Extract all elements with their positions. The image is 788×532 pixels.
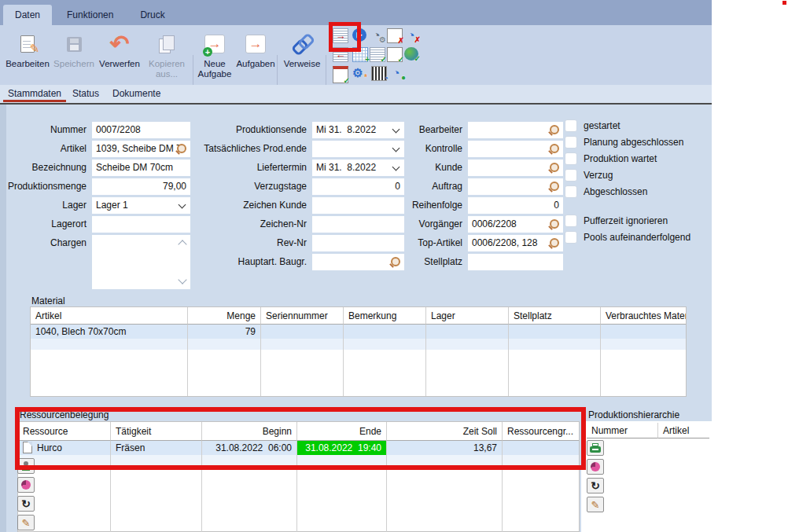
tab-druck[interactable]: Druck xyxy=(128,5,176,25)
edit-button[interactable]: ✎ xyxy=(587,497,604,512)
start-icon[interactable]: ▶ xyxy=(352,28,366,42)
column-header[interactable]: Lager xyxy=(425,307,508,325)
field-label: Lager xyxy=(2,197,92,214)
tasks-check-icon[interactable]: ✓ xyxy=(370,47,385,62)
search-icon[interactable] xyxy=(550,163,559,172)
confirm-document-icon[interactable]: ✓ xyxy=(387,47,403,62)
resources-empty-area xyxy=(18,469,579,532)
cancel-document-icon[interactable]: ✗ xyxy=(387,28,403,43)
bezeichnung-field[interactable]: Scheibe DM 70cm xyxy=(92,160,190,176)
search-icon[interactable] xyxy=(550,144,559,153)
search-icon[interactable] xyxy=(550,182,559,191)
refresh-button[interactable]: ↻ xyxy=(17,496,35,512)
checkbox-verzug[interactable]: Verzug xyxy=(565,167,690,183)
column-header[interactable]: Seriennummer xyxy=(260,307,343,325)
top-artikel-field[interactable]: 0006/2208, 128 xyxy=(468,235,563,251)
column-header[interactable]: Ressource xyxy=(18,422,110,441)
resource-row[interactable]: Hurco Fräsen 31.08.2022 06:00 31.08.2022… xyxy=(18,441,579,455)
pie-chart-button[interactable] xyxy=(587,459,604,475)
lagerort-field[interactable] xyxy=(92,216,190,233)
planning-settings-icon[interactable]: ⚙* xyxy=(351,66,365,79)
sync-check-icon[interactable]: ✓ xyxy=(404,47,418,61)
time-status-icon[interactable]: ◔● xyxy=(389,66,403,79)
person-button[interactable] xyxy=(17,458,35,474)
material-table: Artikel Menge Seriennummer Bemerkung Lag… xyxy=(30,306,687,397)
kopieren-aus-button[interactable]: Kopieren aus... xyxy=(144,28,190,83)
pie-chart-button[interactable] xyxy=(17,477,35,493)
material-row[interactable]: 1040, Blech 70x70cm 79 xyxy=(31,325,686,339)
verwerfen-button[interactable]: ↶ Verwerfen xyxy=(96,28,143,83)
speichern-button[interactable]: Speichern xyxy=(52,28,96,83)
column-header[interactable]: Tätigkeit xyxy=(110,422,201,441)
vorgaenger-field[interactable]: 0006/2208 xyxy=(468,216,563,233)
verweise-button[interactable]: Verweise xyxy=(280,28,324,83)
column-header[interactable]: Verbrauchtes Material xyxy=(600,307,686,325)
checkbox-planung-abgeschlossen[interactable]: Planung abgeschlossen xyxy=(565,134,690,150)
column-header[interactable]: Ende xyxy=(296,422,386,441)
tab-funktionen[interactable]: Funktionen xyxy=(55,5,125,25)
column-header[interactable]: Stellplatz xyxy=(508,307,600,325)
hierarchy-section-title: Produktionshierarchie xyxy=(588,409,679,420)
checkbox-pufferzeit-ignorieren[interactable]: Pufferzeit ignorieren xyxy=(565,212,690,229)
subtab-stammdaten[interactable]: Stammdaten xyxy=(8,88,61,99)
toolbar: ✎ Bearbeiten Speichern ↶ Verwerfen Kopie… xyxy=(0,25,712,86)
checkbox-gestartet[interactable]: gestartet xyxy=(565,117,690,134)
column-header[interactable]: Bemerkung xyxy=(343,307,425,325)
bearbeiter-field[interactable] xyxy=(468,122,563,138)
field-label: Rev-Nr xyxy=(198,235,312,251)
scroll-down-icon[interactable] xyxy=(178,275,186,284)
search-icon[interactable] xyxy=(550,238,559,248)
checkbox-icon[interactable] xyxy=(565,152,577,165)
checkbox-icon[interactable] xyxy=(565,231,577,244)
stellplatz-field[interactable] xyxy=(468,254,563,270)
add-resource-icon[interactable]: + xyxy=(352,47,368,62)
tasks-forward-icon[interactable]: → xyxy=(333,28,348,43)
column-header[interactable]: Nummer xyxy=(587,423,657,438)
search-icon[interactable] xyxy=(550,219,559,229)
nummer-field[interactable]: 0007/2208 xyxy=(92,122,190,138)
kunde-field[interactable] xyxy=(468,160,563,176)
lager-dropdown[interactable]: Lager 1 xyxy=(92,197,190,214)
print-button[interactable] xyxy=(587,440,604,456)
checkbox-produktion-wartet[interactable]: Produktion wartet xyxy=(565,150,690,167)
time-cancel-icon[interactable]: ◔✗ xyxy=(404,28,418,42)
kontrolle-field[interactable] xyxy=(468,141,563,157)
auftrag-field[interactable] xyxy=(468,178,563,195)
checkbox-icon[interactable] xyxy=(565,136,577,149)
barcode-time-icon[interactable]: ◔ xyxy=(371,66,387,81)
calendar-check-icon[interactable]: ✓ xyxy=(333,66,348,83)
checkbox-pools-aufeinanderfolgend[interactable]: Pools aufeinanderfolgend xyxy=(565,229,690,245)
column-header[interactable]: Menge xyxy=(187,307,260,325)
scroll-up-icon[interactable] xyxy=(178,240,186,248)
subtab-dokumente[interactable]: Dokumente xyxy=(112,88,160,99)
document-icon xyxy=(23,442,32,453)
column-header[interactable]: Artikel xyxy=(31,307,187,325)
search-icon[interactable] xyxy=(177,144,186,153)
bearbeiten-button[interactable]: ✎ Bearbeiten xyxy=(5,28,50,83)
tab-daten[interactable]: Daten xyxy=(3,5,52,25)
aufgaben-button[interactable]: → Aufgaben xyxy=(235,28,276,83)
field-label: Artikel xyxy=(2,141,92,157)
artikel-field[interactable]: 1039, Scheibe DM 7 xyxy=(92,141,190,157)
column-header[interactable]: Artikel xyxy=(657,423,709,438)
person-icon xyxy=(21,461,31,471)
column-header[interactable]: Ressourcengr... xyxy=(502,422,579,441)
chargen-textarea[interactable] xyxy=(92,235,190,289)
reihenfolge-field[interactable]: 0 xyxy=(468,197,563,214)
neue-aufgabe-button[interactable]: →+ Neue Aufgabe xyxy=(195,28,234,83)
field-label: Liefertermin xyxy=(198,160,312,176)
checkbox-icon[interactable] xyxy=(565,215,577,227)
tasks-back-icon[interactable]: ← xyxy=(333,47,348,62)
edit-button[interactable]: ✎ xyxy=(17,515,35,530)
checkbox-abgeschlossen[interactable]: Abgeschlossen xyxy=(565,183,690,200)
refresh-button[interactable]: ↻ xyxy=(587,478,604,493)
column-header[interactable]: Zeit Soll xyxy=(386,422,502,441)
checkbox-icon[interactable] xyxy=(565,119,577,132)
produktionsmenge-field[interactable]: 79,00 xyxy=(92,178,190,195)
checkbox-icon[interactable] xyxy=(565,169,577,182)
subtab-status[interactable]: Status xyxy=(72,88,99,99)
column-header[interactable]: Beginn xyxy=(201,422,296,441)
search-icon[interactable] xyxy=(550,125,559,134)
checkbox-icon[interactable] xyxy=(565,185,577,198)
time-settings-icon[interactable]: ◔⚙ xyxy=(370,28,384,42)
